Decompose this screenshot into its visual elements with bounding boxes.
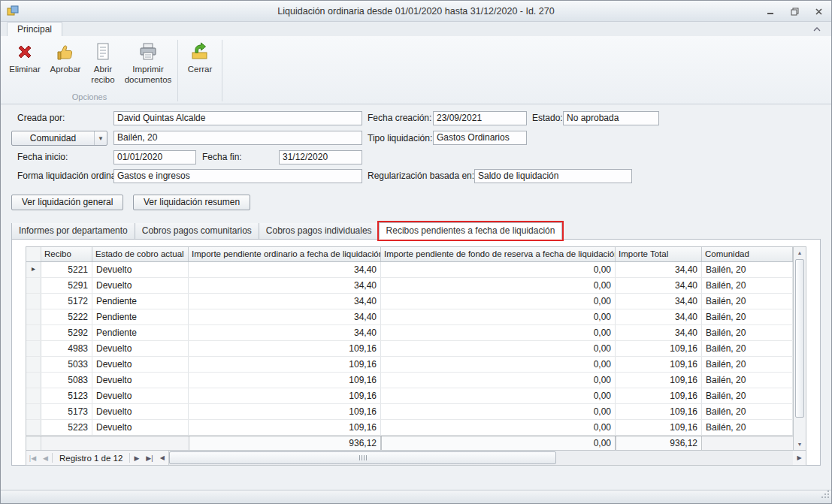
table-row[interactable]: 5223 Devuelto 109,16 0,00 109,16 Bailén,…: [26, 420, 793, 436]
forma-liquidacion-field[interactable]: Gastos e ingresos: [113, 169, 362, 183]
table-row[interactable]: 5292 Pendiente 34,40 0,00 34,40 Bailén, …: [26, 325, 793, 341]
vertical-scroll-thumb[interactable]: [795, 259, 804, 418]
ver-liquidacion-resumen-button[interactable]: Ver liquidación resumen: [133, 195, 250, 210]
cell-ordinario: 109,16: [189, 341, 381, 356]
ribbon-group-label: Opciones: [4, 92, 175, 104]
tab-cobros-pagos-individuales[interactable]: Cobros pagos individuales: [259, 222, 380, 240]
scroll-down-icon[interactable]: ▼: [794, 439, 806, 450]
status-bar: [1, 490, 831, 503]
table-row[interactable]: 5123 Devuelto 109,16 0,00 109,16 Bailén,…: [26, 388, 793, 404]
row-indicator: [26, 341, 41, 356]
cell-recibo: 5083: [41, 373, 92, 388]
cell-ordinario: 34,40: [189, 294, 381, 309]
fecha-creacion-field[interactable]: 23/09/2021: [433, 111, 527, 125]
column-header-comunidad[interactable]: Comunidad: [702, 247, 793, 261]
tab-principal[interactable]: Principal: [7, 22, 62, 36]
table-row[interactable]: ▸ 5221 Devuelto 34,40 0,00 34,40 Bailén,…: [26, 262, 793, 278]
grid-header-row: Recibo Estado de cobro actual Importe pe…: [26, 247, 793, 262]
column-header-ordinario[interactable]: Importe pendiente ordinario a fecha de l…: [189, 247, 381, 261]
cell-total: 34,40: [616, 294, 702, 309]
cell-recibo: 5172: [41, 294, 92, 309]
cell-fondo: 0,00: [381, 388, 616, 403]
cell-comunidad: Bailén, 20: [702, 278, 793, 293]
column-header-total[interactable]: Importe Total: [616, 247, 702, 261]
cell-recibo: 5221: [41, 262, 92, 277]
abrir-recibo-button[interactable]: Abrir recibo: [86, 38, 120, 86]
table-row[interactable]: 5033 Devuelto 109,16 0,00 109,16 Bailén,…: [26, 357, 793, 373]
resize-grip-icon[interactable]: [821, 488, 830, 502]
summary-fondo: 0,00: [381, 436, 616, 450]
cell-recibo: 4983: [41, 341, 92, 356]
scroll-up-icon[interactable]: ▲: [794, 247, 806, 258]
estado-field[interactable]: No aprobada: [563, 111, 659, 125]
tipo-liquidacion-field[interactable]: Gastos Ordinarios: [433, 131, 527, 145]
table-row[interactable]: 5083 Devuelto 109,16 0,00 109,16 Bailén,…: [26, 373, 793, 388]
horizontal-scroll-thumb[interactable]: [169, 451, 555, 464]
cell-total: 109,16: [616, 373, 702, 388]
cell-total: 109,16: [616, 357, 702, 372]
cell-recibo: 5123: [41, 388, 92, 403]
cell-comunidad: Bailén, 20: [702, 341, 793, 356]
row-indicator: [26, 388, 41, 403]
scroll-left-icon[interactable]: ◀: [156, 454, 168, 461]
table-row[interactable]: 5291 Devuelto 34,40 0,00 34,40 Bailén, 2…: [26, 278, 793, 294]
comunidad-field[interactable]: Bailén, 20: [113, 131, 362, 145]
fecha-fin-field[interactable]: 31/12/2020: [279, 150, 362, 164]
grid-summary-row: 936,12 0,00 936,12: [26, 436, 793, 450]
row-indicator: [26, 404, 41, 419]
cell-estado: Pendiente: [92, 325, 189, 340]
column-header-fondo[interactable]: Importe pendiente de fondo de reserva a …: [381, 247, 616, 261]
cell-comunidad: Bailén, 20: [702, 325, 793, 340]
app-icon: [7, 5, 19, 17]
title-bar: Liquidación ordinaria desde 01/01/2020 h…: [1, 1, 831, 22]
creada-por-label: Creada por:: [17, 111, 65, 125]
table-row[interactable]: 4983 Devuelto 109,16 0,00 109,16 Bailén,…: [26, 341, 793, 357]
table-row[interactable]: 5222 Pendiente 34,40 0,00 34,40 Bailén, …: [26, 309, 793, 325]
record-count-label: Registro 1 de 12: [52, 453, 130, 463]
row-indicator: [26, 294, 41, 309]
cell-total: 34,40: [616, 278, 702, 293]
tab-informes-por-departamento[interactable]: Informes por departamento: [11, 222, 135, 240]
table-row[interactable]: 5173 Devuelto 109,16 0,00 109,16 Bailén,…: [26, 404, 793, 420]
receipt-icon: [93, 41, 113, 63]
cerrar-button[interactable]: Cerrar: [181, 38, 219, 77]
first-record-button[interactable]: |◀: [26, 454, 39, 462]
regularizacion-field[interactable]: Saldo de liquidación: [474, 169, 632, 183]
column-header-estado[interactable]: Estado de cobro actual: [92, 247, 189, 261]
cell-estado: Devuelto: [92, 262, 189, 277]
cell-recibo: 5223: [41, 420, 92, 435]
table-row[interactable]: 5172 Pendiente 34,40 0,00 34,40 Bailén, …: [26, 294, 793, 309]
aprobar-button[interactable]: Aprobar: [47, 38, 84, 77]
minimize-button[interactable]: [765, 6, 776, 17]
tab-cobros-pagos-comunitarios[interactable]: Cobros pagos comunitarios: [135, 222, 259, 240]
cell-estado: Devuelto: [92, 404, 189, 419]
next-record-button[interactable]: ▶: [130, 454, 143, 462]
fecha-inicio-field[interactable]: 01/01/2020: [113, 150, 196, 164]
imprimir-documentos-button[interactable]: Imprimir documentos: [122, 38, 174, 86]
close-icon[interactable]: [813, 6, 824, 17]
cell-recibo: 5173: [41, 404, 92, 419]
cell-estado: Pendiente: [92, 294, 189, 309]
creada-por-field[interactable]: David Quintas Alcalde: [113, 111, 362, 125]
eliminar-button[interactable]: Eliminar: [5, 38, 45, 77]
scroll-right-icon[interactable]: ▶: [793, 454, 806, 461]
restore-button[interactable]: [789, 6, 800, 17]
comunidad-dropdown[interactable]: Comunidad ▼: [11, 131, 107, 146]
ver-liquidacion-general-button[interactable]: Ver liquidación general: [11, 195, 123, 210]
cell-estado: Pendiente: [92, 309, 189, 324]
cell-fondo: 0,00: [381, 357, 616, 372]
tab-recibos-pendientes-a-fecha-de-liquidacion[interactable]: Recibos pendientes a fecha de liquidació…: [379, 222, 563, 240]
horizontal-scrollbar[interactable]: [168, 451, 793, 465]
previous-record-button[interactable]: ◀: [39, 454, 52, 462]
vertical-scrollbar[interactable]: ▲ ▼: [793, 247, 806, 450]
column-header-recibo[interactable]: Recibo: [41, 247, 92, 261]
row-indicator-header: [26, 247, 41, 261]
aprobar-label: Aprobar: [50, 65, 81, 75]
last-record-button[interactable]: ▶|: [143, 454, 156, 462]
cell-estado: Devuelto: [92, 373, 189, 388]
collapse-ribbon-icon[interactable]: [810, 24, 824, 35]
window-title: Liquidación ordinaria desde 01/01/2020 h…: [1, 6, 831, 17]
forma-liquidacion-label: Forma liquidación ordinaria:: [17, 169, 129, 183]
cell-comunidad: Bailén, 20: [702, 357, 793, 372]
cell-recibo: 5222: [41, 309, 92, 324]
